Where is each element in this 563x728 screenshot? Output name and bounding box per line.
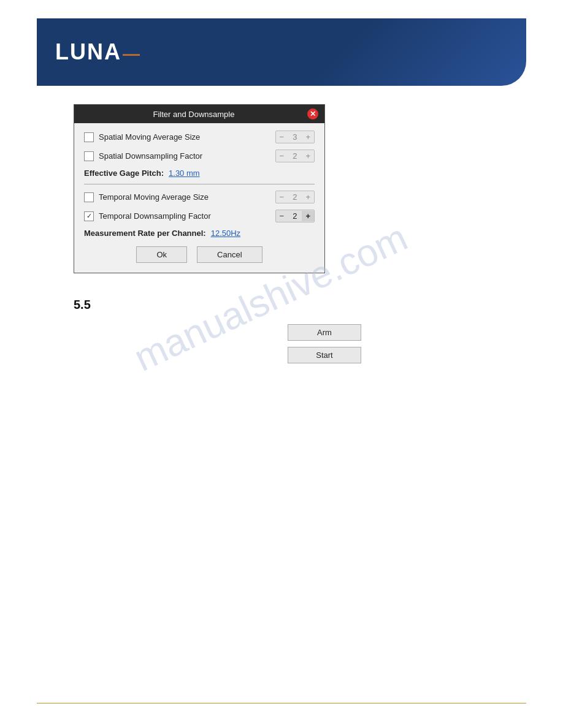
dialog-divider [84,184,315,184]
spatial-moving-average-value: 3 [288,131,302,143]
dialog-body: Spatial Moving Average Size − 3 + Spatia… [74,123,324,273]
close-button[interactable]: ✕ [307,108,318,119]
temporal-downsampling-value: 2 [288,210,302,222]
temporal-moving-average-label: Temporal Moving Average Size [99,192,275,202]
temporal-downsampling-increment[interactable]: + [302,211,314,221]
start-button[interactable]: Start [288,347,361,363]
ok-button[interactable]: Ok [136,246,187,263]
button-group: Arm Start [123,324,526,363]
spatial-moving-average-decrement[interactable]: − [276,132,288,142]
measurement-rate-row: Measurement Rate per Channel: 12.50Hz [84,229,315,238]
header: LUNA— [37,18,526,86]
effective-gage-pitch-label: Effective Gage Pitch: [84,169,164,178]
dialog-title: Filter and Downsample [80,110,307,119]
temporal-moving-average-increment[interactable]: + [302,192,314,202]
temporal-downsampling-spinner: − 2 + [275,210,315,222]
temporal-moving-average-row: Temporal Moving Average Size − 2 + [84,191,315,203]
spatial-downsampling-spinner: − 2 + [275,150,315,162]
dialog-title-bar: Filter and Downsample ✕ [74,105,324,123]
logo-text: LUNA [55,39,121,64]
temporal-moving-average-checkbox[interactable] [84,192,94,202]
spatial-downsampling-decrement[interactable]: − [276,151,288,161]
logo-arrow: — [123,44,141,64]
cancel-button[interactable]: Cancel [197,246,262,263]
effective-gage-pitch-row: Effective Gage Pitch: 1.30 mm [84,169,315,178]
filter-downsample-dialog: Filter and Downsample ✕ Spatial Moving A… [74,104,325,273]
logo: LUNA— [55,39,141,65]
arm-button[interactable]: Arm [288,324,361,341]
spatial-downsampling-label: Spatial Downsampling Factor [99,151,275,161]
effective-gage-pitch-value: 1.30 mm [169,169,200,178]
temporal-downsampling-checkbox[interactable]: ✓ [84,211,94,221]
spatial-downsampling-row: Spatial Downsampling Factor − 2 + [84,150,315,162]
temporal-moving-average-spinner: − 2 + [275,191,315,203]
temporal-downsampling-row: ✓ Temporal Downsampling Factor − 2 + [84,210,315,222]
temporal-downsampling-decrement[interactable]: − [276,211,288,221]
dialog-buttons: Ok Cancel [84,246,315,265]
temporal-moving-average-value: 2 [288,191,302,203]
spatial-downsampling-checkbox[interactable] [84,151,94,161]
spatial-moving-average-row: Spatial Moving Average Size − 3 + [84,131,315,143]
footer-line [37,703,526,703]
spatial-moving-average-increment[interactable]: + [302,132,314,142]
measurement-rate-label: Measurement Rate per Channel: [84,229,206,238]
temporal-moving-average-decrement[interactable]: − [276,192,288,202]
section-number: 5.5 [74,298,526,312]
dialog-container: Filter and Downsample ✕ Spatial Moving A… [74,104,325,273]
measurement-rate-value: 12.50Hz [211,229,240,238]
temporal-downsampling-label: Temporal Downsampling Factor [99,211,275,221]
spatial-downsampling-value: 2 [288,150,302,162]
spatial-downsampling-increment[interactable]: + [302,151,314,161]
spatial-moving-average-label: Spatial Moving Average Size [99,132,275,142]
spatial-moving-average-checkbox[interactable] [84,132,94,142]
section-55: 5.5 Arm Start [74,298,526,363]
spatial-moving-average-spinner: − 3 + [275,131,315,143]
